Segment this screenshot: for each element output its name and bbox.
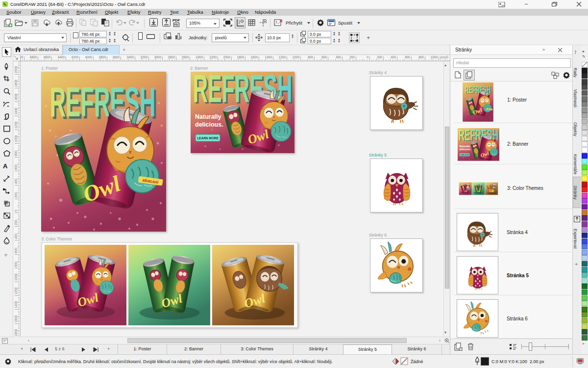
svg-text:y: y xyxy=(304,41,305,44)
svg-text:x: x xyxy=(304,34,305,37)
